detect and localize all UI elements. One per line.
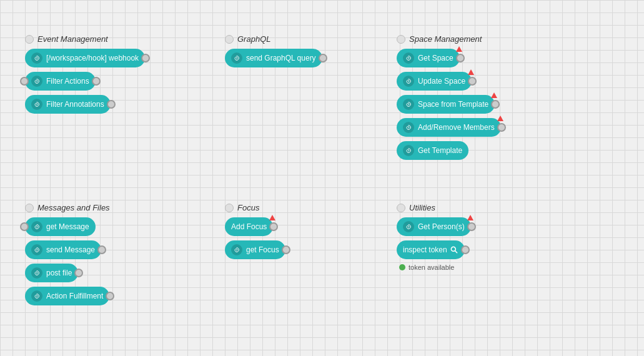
node-label: get Message — [46, 222, 89, 231]
node-label: Get Space — [418, 54, 453, 62]
node-send-graphql[interactable]: send GraphQL query — [225, 49, 322, 67]
spiral-icon — [403, 99, 414, 110]
node-action-fulfillment[interactable]: Action Fulfillment — [25, 287, 109, 305]
canvas: Event Management [/workspace/hook] webho… — [0, 0, 644, 356]
spiral-icon — [403, 52, 414, 64]
group-utilities: Utilities Get Person(s)inspect token tok… — [397, 203, 475, 271]
connector-right-filter-annotations[interactable] — [107, 100, 116, 109]
alert-badge — [269, 215, 275, 221]
svg-line-1 — [455, 251, 457, 253]
group-header-utilities: Utilities — [397, 203, 475, 212]
spiral-icon — [403, 76, 414, 87]
node-filter-annotations[interactable]: Filter Annotations — [25, 95, 111, 114]
group-dot — [225, 35, 234, 44]
node-label: Get Person(s) — [418, 222, 465, 231]
node-add-focus[interactable]: Add Focus — [225, 217, 273, 236]
group-title: Utilities — [409, 203, 435, 212]
connector-right-get-space[interactable] — [456, 54, 465, 62]
node-label: post file — [46, 269, 72, 277]
node-get-message[interactable]: get Message — [25, 217, 96, 236]
group-dot — [25, 204, 34, 212]
node-post-file[interactable]: post file — [25, 264, 78, 282]
node-webhook[interactable]: [/workspace/hook] webhook — [25, 49, 145, 67]
alert-badge — [467, 215, 473, 221]
group-event-management: Event Management [/workspace/hook] webho… — [25, 34, 145, 118]
connector-right-webhook[interactable] — [141, 54, 150, 62]
group-dot — [225, 204, 234, 212]
token-label: token available — [409, 264, 454, 271]
node-label: [/workspace/hook] webhook — [46, 54, 139, 62]
node-label: Filter Actions — [46, 77, 89, 86]
token-status: token available — [399, 264, 475, 271]
search-icon — [450, 245, 458, 254]
group-dot — [25, 35, 34, 44]
group-title: GraphQL — [237, 34, 270, 44]
connector-right-send-message[interactable] — [97, 245, 106, 254]
group-header-focus: Focus — [225, 203, 285, 212]
group-dot — [397, 204, 405, 212]
node-label: get Focus — [246, 245, 279, 254]
group-graphql: GraphQL send GraphQL query — [225, 34, 322, 72]
spiral-icon — [403, 122, 414, 133]
token-dot — [399, 264, 405, 270]
node-update-space[interactable]: Update Space — [397, 72, 472, 91]
spiral-icon — [31, 244, 42, 255]
spiral-icon — [403, 221, 414, 232]
node-send-message[interactable]: send Message — [25, 240, 101, 259]
spiral-icon — [31, 52, 42, 64]
connector-right-add-remove-members[interactable] — [497, 123, 506, 132]
spiral-icon — [31, 221, 42, 232]
group-header-space-management: Space Management — [397, 34, 505, 44]
alert-badge — [468, 69, 474, 76]
node-space-from-template[interactable]: Space from Template — [397, 95, 495, 114]
node-filter-actions[interactable]: Filter Actions — [25, 72, 96, 91]
node-label: Filter Annotations — [46, 100, 104, 109]
spiral-icon — [31, 76, 42, 87]
spiral-icon — [31, 267, 42, 279]
connector-right-filter-actions[interactable] — [92, 77, 101, 86]
node-label: inspect token — [403, 245, 447, 254]
connector-right-update-space[interactable] — [468, 77, 477, 86]
node-label: Add/Remove Members — [418, 123, 495, 132]
group-messages-files: Messages and Files get Message send Mess… — [25, 203, 110, 310]
group-title: Messages and Files — [37, 203, 110, 212]
node-label: send GraphQL query — [246, 54, 316, 62]
group-dot — [397, 35, 405, 44]
alert-badge — [497, 116, 503, 122]
group-title: Space Management — [409, 34, 482, 44]
connector-left-filter-actions[interactable] — [20, 77, 29, 86]
group-header-messages-files: Messages and Files — [25, 203, 110, 212]
connector-right-action-fulfillment[interactable] — [106, 292, 114, 300]
node-get-space[interactable]: Get Space — [397, 49, 460, 67]
connector-right-get-persons[interactable] — [467, 222, 476, 231]
node-label: Get Template — [418, 146, 462, 155]
node-label: Action Fulfillment — [46, 292, 103, 300]
group-space-management: Space Management Get Space Update Space … — [397, 34, 505, 164]
spiral-icon — [231, 244, 242, 255]
node-label: Update Space — [418, 77, 465, 86]
connector-right-inspect-token[interactable] — [461, 245, 470, 254]
node-inspect-token[interactable]: inspect token — [397, 240, 465, 259]
group-focus: FocusAdd Focus get Focus — [225, 203, 285, 264]
connector-right-post-file[interactable] — [74, 269, 83, 277]
connector-right-space-from-template[interactable] — [491, 100, 500, 109]
alert-badge — [456, 46, 462, 52]
connector-left-get-message[interactable] — [20, 222, 29, 231]
spiral-icon — [31, 290, 42, 302]
spiral-icon — [31, 99, 42, 110]
node-label: send Message — [46, 245, 95, 254]
spiral-icon — [403, 145, 414, 156]
connector-right-send-graphql[interactable] — [319, 54, 327, 62]
connector-right-add-focus[interactable] — [269, 222, 278, 231]
node-label: Space from Template — [418, 100, 488, 109]
node-get-template[interactable]: Get Template — [397, 141, 468, 160]
node-get-persons[interactable]: Get Person(s) — [397, 217, 471, 236]
group-title: Event Management — [37, 34, 108, 44]
node-get-focus[interactable]: get Focus — [225, 240, 285, 259]
group-header-event-management: Event Management — [25, 34, 145, 44]
alert-badge — [491, 92, 497, 99]
node-add-remove-members[interactable]: Add/Remove Members — [397, 118, 501, 137]
connector-right-get-focus[interactable] — [282, 245, 290, 254]
group-header-graphql: GraphQL — [225, 34, 322, 44]
group-title: Focus — [237, 203, 259, 212]
